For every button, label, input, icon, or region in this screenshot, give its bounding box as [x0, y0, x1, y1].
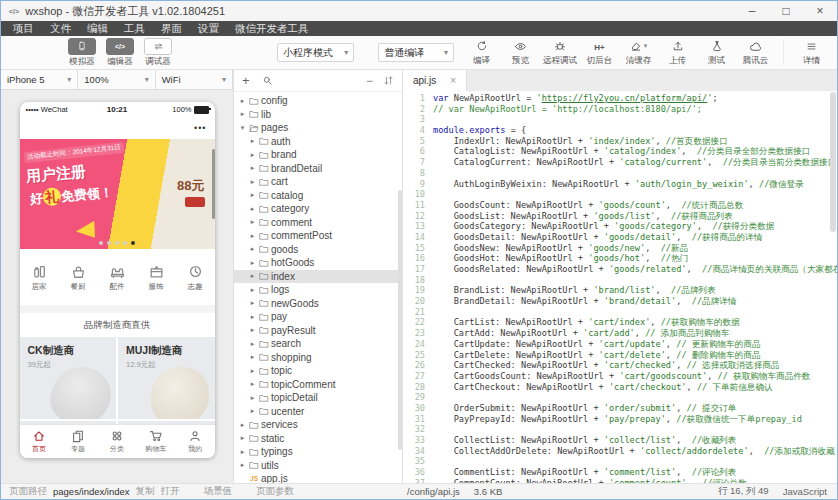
- menu-item[interactable]: 工具: [116, 21, 153, 36]
- close-icon[interactable]: ×: [450, 75, 456, 86]
- locate-file-icon[interactable]: [383, 75, 394, 86]
- line-number: 14: [403, 232, 433, 243]
- category-clock[interactable]: 志趣: [176, 263, 215, 292]
- chevron-right-icon: ▸: [248, 178, 257, 186]
- banner-slide2-button[interactable]: [185, 197, 205, 207]
- action-preview-button[interactable]: 预览: [501, 39, 540, 67]
- tree-item-hotGoods[interactable]: ▸hotGoods: [234, 256, 402, 270]
- panel-toggle-debugger[interactable]: 调试器: [139, 38, 177, 68]
- folder-icon: [247, 96, 261, 106]
- tree-item-config[interactable]: ▸config: [234, 94, 402, 108]
- add-file-icon[interactable]: +: [242, 74, 250, 87]
- page-params-label[interactable]: 页面参数: [256, 485, 294, 498]
- action-compile-button[interactable]: 编译: [462, 39, 501, 67]
- phone-tab-person[interactable]: 我的: [176, 425, 215, 458]
- action-background-button[interactable]: H+切后台: [580, 39, 619, 67]
- tree-item-utils[interactable]: ▸utils: [234, 459, 402, 473]
- menu-item[interactable]: 编辑: [79, 21, 116, 36]
- code-line: 16 GoodsHot: NewApiRootUrl + 'goods/hot'…: [403, 253, 837, 264]
- status-bar: 页面路径 pages/index/index 复制 打开 场景值 页面参数 /c…: [1, 483, 837, 499]
- search-icon[interactable]: [262, 75, 273, 86]
- editor-scrollbar[interactable]: [830, 92, 836, 232]
- tree-scrollbar[interactable]: [398, 190, 402, 450]
- tree-item-cart[interactable]: ▸cart: [234, 175, 402, 189]
- action-clear-cache-button[interactable]: ▾清缓存: [619, 39, 658, 67]
- panel-toggle-code[interactable]: </>编辑器: [101, 38, 139, 68]
- device-select[interactable]: iPhone 5▾: [1, 70, 78, 89]
- tree-item-pay[interactable]: ▸pay: [234, 310, 402, 324]
- tree-item-commentPost[interactable]: ▸commentPost: [234, 229, 402, 243]
- tree-item-payResult[interactable]: ▸payResult: [234, 324, 402, 338]
- line-number: 31: [403, 414, 433, 425]
- menu-item[interactable]: 文件: [42, 21, 79, 36]
- phone-tab-cart[interactable]: 购物车: [137, 425, 176, 458]
- tree-item-pages[interactable]: ▾pages: [234, 121, 402, 135]
- panel-toggle-phone[interactable]: 模拟器: [63, 38, 101, 68]
- tree-item-typings[interactable]: ▸typings: [234, 445, 402, 459]
- phone-tab-copy[interactable]: 专题: [59, 425, 98, 458]
- line-number: 9: [403, 179, 433, 190]
- phone-tab-home[interactable]: 首页: [20, 425, 59, 458]
- tree-item-category[interactable]: ▸category: [234, 202, 402, 216]
- language-mode[interactable]: JavaScript: [783, 486, 827, 497]
- menu-item[interactable]: 微信开发者工具: [227, 21, 317, 36]
- tree-item-comment[interactable]: ▸comment: [234, 216, 402, 230]
- copy-button[interactable]: 复制: [136, 485, 155, 498]
- code-line: 30 OrderSubmit: NewApiRootUrl + 'order/s…: [403, 403, 837, 414]
- phone-tab-grid[interactable]: 分类: [98, 425, 137, 458]
- compile-select[interactable]: 普通编译▾: [378, 43, 454, 62]
- promo-banner-carousel[interactable]: 活动截止时间：2014年12月31日 用户注册 好礼免费领！ 88元: [20, 139, 215, 249]
- category-jars[interactable]: 居家: [20, 263, 59, 292]
- collapse-all-icon[interactable]: −: [366, 75, 373, 87]
- chevron-right-icon: ▸: [248, 313, 257, 321]
- maximize-button[interactable]: □: [769, 1, 803, 21]
- close-button[interactable]: ×: [803, 1, 837, 21]
- tree-item-static[interactable]: ▸static: [234, 432, 402, 446]
- more-menu-icon[interactable]: •••: [194, 123, 206, 133]
- tree-item-ucenter[interactable]: ▸ucenter: [234, 405, 402, 419]
- category-sofa[interactable]: 配件: [98, 263, 137, 292]
- action-remote-debug-button[interactable]: 远程调试: [540, 39, 580, 67]
- tab-api-js[interactable]: api.js ×: [403, 70, 467, 91]
- tree-item-search[interactable]: ▸search: [234, 337, 402, 351]
- zoom-select[interactable]: 100%▾: [78, 70, 155, 89]
- tree-item-brandDetail[interactable]: ▸brandDetail: [234, 162, 402, 176]
- menu-item[interactable]: 项目: [5, 21, 42, 36]
- tree-item-goods[interactable]: ▸goods: [234, 243, 402, 257]
- chevron-right-icon: ▸: [238, 434, 247, 442]
- action-upload-button[interactable]: 上传: [658, 39, 697, 67]
- code-editor[interactable]: 1var NewApiRootUrl = 'https://fly2you.cn…: [403, 91, 837, 483]
- tree-item-index[interactable]: ▸index: [234, 270, 402, 284]
- line-number: 35: [403, 456, 433, 467]
- tree-item-lib[interactable]: ▸lib: [234, 108, 402, 122]
- brand-tile[interactable]: CK制造商39元起: [20, 337, 117, 419]
- menu-item[interactable]: 界面: [153, 21, 190, 36]
- mode-select[interactable]: 小程序模式▾: [277, 43, 354, 62]
- tree-item-catalog[interactable]: ▸catalog: [234, 189, 402, 203]
- tree-item-topic[interactable]: ▸topic: [234, 364, 402, 378]
- page-path-label: 页面路径: [9, 485, 47, 498]
- brand-tile[interactable]: MUJI制造商12.9元起: [118, 337, 215, 419]
- tree-item-topicComment[interactable]: ▸topicComment: [234, 378, 402, 392]
- tree-item-services[interactable]: ▸services: [234, 418, 402, 432]
- scene-value-label[interactable]: 场景值: [204, 485, 233, 498]
- action-cloud-button[interactable]: 腾讯云: [736, 39, 775, 67]
- line-number: 16: [403, 253, 433, 264]
- tree-item-logs[interactable]: ▸logs: [234, 283, 402, 297]
- action-test-button[interactable]: 测试: [697, 39, 736, 67]
- menu-item[interactable]: 设置: [190, 21, 227, 36]
- tree-item-app.js[interactable]: JSapp.js: [234, 472, 402, 483]
- category-box[interactable]: 服饰: [137, 263, 176, 292]
- tree-item-shopping[interactable]: ▸shopping: [234, 351, 402, 365]
- tree-item-brand[interactable]: ▸brand: [234, 148, 402, 162]
- phone-icon: [77, 41, 87, 51]
- open-button[interactable]: 打开: [161, 485, 180, 498]
- action-details-button[interactable]: 详情: [792, 39, 831, 67]
- folder-icon: [257, 258, 271, 268]
- tree-item-topicDetail[interactable]: ▸topicDetail: [234, 391, 402, 405]
- tree-item-auth[interactable]: ▸auth: [234, 135, 402, 149]
- minimize-button[interactable]: –: [735, 1, 769, 21]
- network-select[interactable]: WiFi▾: [156, 70, 233, 89]
- category-pot[interactable]: 餐厨: [59, 263, 98, 292]
- tree-item-newGoods[interactable]: ▸newGoods: [234, 297, 402, 311]
